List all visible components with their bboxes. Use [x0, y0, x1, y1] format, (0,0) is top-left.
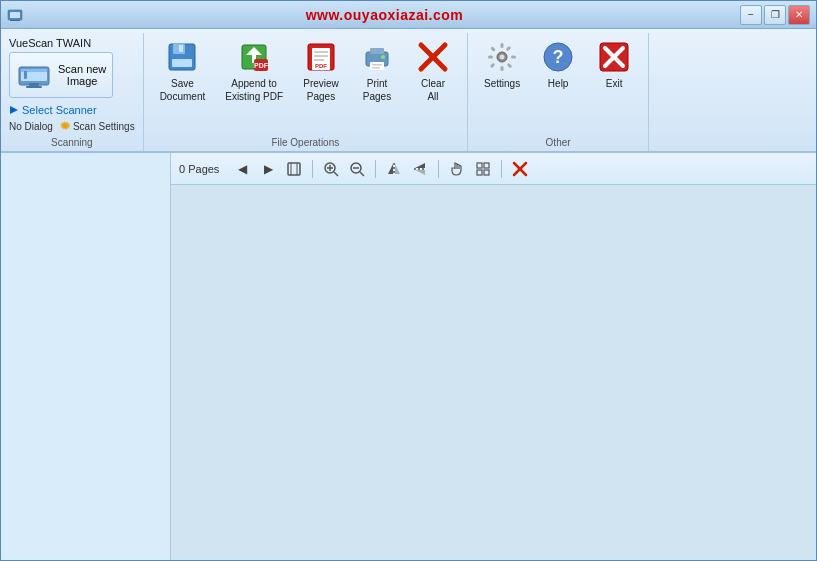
svg-rect-41: [507, 63, 513, 69]
zoom-out-icon: [349, 161, 365, 177]
clear-all-button[interactable]: Clear All: [407, 35, 459, 107]
exit-button[interactable]: Exit: [588, 35, 640, 94]
scanner-name-label: VueScan TWAIN: [9, 37, 135, 49]
other-buttons: Settings ? Help: [476, 35, 640, 135]
svg-rect-28: [370, 62, 384, 70]
save-icon: [164, 39, 200, 75]
svg-rect-8: [26, 86, 42, 88]
select-scanner-row: Select Scanner: [9, 102, 135, 118]
exit-icon: [596, 39, 632, 75]
zoom-in-icon: [323, 161, 339, 177]
delete-page-button[interactable]: [509, 158, 531, 180]
select-scanner-label: Select Scanner: [22, 104, 97, 116]
settings-button[interactable]: Settings: [476, 35, 528, 94]
canvas-area: [171, 185, 816, 560]
scanning-group-label: Scanning: [9, 134, 135, 151]
help-button[interactable]: ? Help: [532, 35, 584, 94]
pages-label: 0 Pages: [179, 163, 219, 175]
window-controls: − ❐ ✕: [740, 5, 810, 25]
svg-rect-22: [314, 51, 328, 53]
scan-new-line2: Image: [58, 75, 106, 87]
save-document-button[interactable]: Save Document: [152, 35, 214, 107]
flip-h-button[interactable]: [383, 158, 405, 180]
svg-rect-39: [511, 56, 516, 59]
clear-all-label: Clear All: [421, 77, 445, 103]
scan-new-image-button[interactable]: Scan new Image: [9, 52, 113, 98]
maximize-button[interactable]: ❐: [764, 5, 786, 25]
clear-all-icon: [415, 39, 451, 75]
select-scanner-button[interactable]: Select Scanner: [9, 104, 97, 116]
toolbar-separator-4: [501, 160, 502, 178]
svg-rect-43: [490, 63, 496, 69]
hand-tool-button[interactable]: [446, 158, 468, 180]
exit-label: Exit: [606, 77, 623, 90]
svg-rect-65: [477, 163, 482, 168]
append-pdf-button[interactable]: PDF Append to Existing PDF: [217, 35, 291, 107]
svg-text:PDF: PDF: [254, 62, 269, 69]
svg-line-57: [360, 172, 364, 176]
svg-rect-29: [372, 64, 382, 66]
main-view: 0 Pages ◀ ▶: [171, 153, 816, 560]
toolbar-separator-3: [438, 160, 439, 178]
flip-h-icon: [386, 161, 402, 177]
preview-pages-button[interactable]: PDF Preview Pages: [295, 35, 347, 107]
svg-rect-36: [501, 43, 504, 48]
svg-rect-42: [506, 46, 512, 52]
svg-line-53: [334, 172, 338, 176]
preview-pages-label: Preview Pages: [303, 77, 339, 103]
fit-button[interactable]: [283, 158, 305, 180]
append-pdf-icon: PDF: [236, 39, 272, 75]
fit-icon: [286, 161, 302, 177]
svg-rect-27: [370, 48, 384, 54]
svg-rect-1: [10, 12, 20, 18]
svg-rect-49: [288, 163, 300, 175]
svg-rect-66: [484, 163, 489, 168]
next-page-button[interactable]: ▶: [257, 158, 279, 180]
help-icon: ?: [540, 39, 576, 75]
prev-page-button[interactable]: ◀: [231, 158, 253, 180]
zoom-in-button[interactable]: [320, 158, 342, 180]
layout-button[interactable]: [472, 158, 494, 180]
file-ops-buttons: Save Document PDF: [152, 35, 459, 135]
flip-v-icon: [412, 161, 428, 177]
toolbar-separator-1: [312, 160, 313, 178]
app-icon: [7, 7, 23, 23]
help-label: Help: [548, 77, 569, 90]
preview-icon: PDF: [303, 39, 339, 75]
svg-rect-23: [314, 55, 328, 57]
print-icon: [359, 39, 395, 75]
main-window: www.ouyaoxiazai.com − ❐ ✕ VueScan TWAIN: [0, 0, 817, 561]
toolbar-separator-2: [375, 160, 376, 178]
scan-settings-button[interactable]: Scan Settings: [59, 120, 135, 132]
svg-rect-7: [29, 83, 39, 86]
content-area: 0 Pages ◀ ▶: [1, 153, 816, 560]
image-toolbar: 0 Pages ◀ ▶: [171, 153, 816, 185]
svg-rect-2: [12, 18, 18, 20]
settings-label: Settings: [484, 77, 520, 90]
print-pages-label: Print Pages: [363, 77, 391, 103]
no-dialog-label: No Dialog: [9, 121, 53, 132]
svg-text:PDF: PDF: [315, 63, 327, 69]
svg-point-31: [381, 55, 385, 59]
svg-rect-67: [477, 170, 482, 175]
gear-icon: [59, 120, 71, 132]
svg-rect-38: [488, 56, 493, 59]
svg-rect-30: [372, 67, 380, 69]
scanner-icon: [16, 57, 52, 93]
file-ops-group-label: File Operations: [152, 135, 459, 151]
append-pdf-label: Append to Existing PDF: [225, 77, 283, 103]
zoom-out-button[interactable]: [346, 158, 368, 180]
svg-rect-68: [484, 170, 489, 175]
titlebar: www.ouyaoxiazai.com − ❐ ✕: [1, 1, 816, 29]
print-pages-button[interactable]: Print Pages: [351, 35, 403, 107]
svg-marker-63: [415, 170, 425, 175]
ribbon: VueScan TWAIN Scan new Image: [1, 29, 816, 153]
svg-marker-60: [395, 164, 400, 174]
minimize-button[interactable]: −: [740, 5, 762, 25]
svg-marker-59: [388, 164, 393, 174]
hand-icon: [449, 161, 465, 177]
close-button[interactable]: ✕: [788, 5, 810, 25]
flip-v-button[interactable]: [409, 158, 431, 180]
save-document-label: Save Document: [160, 77, 206, 103]
thumbnail-panel: [1, 153, 171, 560]
